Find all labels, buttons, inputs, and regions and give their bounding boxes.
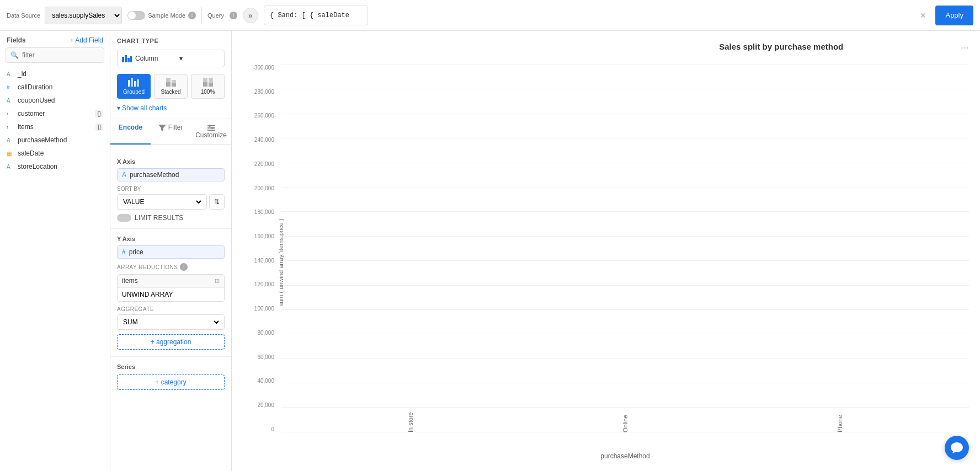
x-axis-field-pill[interactable]: A purchaseMethod	[117, 168, 225, 181]
column-chart-icon	[122, 55, 132, 62]
array-reduction-select-wrap: UNWIND ARRAY	[118, 287, 224, 301]
bar-group-phone: Phone	[768, 400, 912, 432]
y-axis-rotated-label: sum ( unwind array 'items.price )	[278, 218, 284, 306]
x-axis-title: purchaseMethod	[281, 452, 969, 460]
y-label: 100,000	[254, 306, 274, 312]
sort-select-input[interactable]: VALUE	[121, 197, 203, 206]
apply-button[interactable]: Apply	[935, 6, 973, 25]
tab-customize[interactable]: Customize	[191, 119, 231, 144]
chat-bubble-btn[interactable]	[945, 436, 969, 460]
y-label: 240,000	[254, 137, 274, 143]
tab-encode[interactable]: Encode	[110, 119, 151, 144]
tab-filter[interactable]: Filter	[151, 119, 191, 144]
data-source-section: Data Source sales.supplySales	[7, 7, 122, 24]
query-info-icon[interactable]: i	[230, 12, 237, 19]
array-reduction-item: items ⊞ UNWIND ARRAY	[117, 274, 225, 302]
aggregate-select[interactable]: SUM	[117, 314, 225, 330]
sort-select[interactable]: VALUE	[117, 194, 207, 210]
encode-tabs: Encode Filter Customize	[110, 119, 231, 145]
fields-header: Fields + Add Field	[0, 31, 110, 47]
field-name: couponUsed	[18, 97, 55, 104]
search-icon: 🔍	[10, 51, 19, 59]
chart-variant-stacked[interactable]: Stacked	[154, 74, 188, 99]
query-input[interactable]	[264, 6, 368, 25]
field-badge: []	[95, 124, 103, 131]
field-type-icon: ›	[7, 111, 14, 117]
sample-mode-label: Sample Mode	[148, 12, 185, 19]
top-bar: Data Source sales.supplySales Sample Mod…	[0, 0, 980, 31]
add-field-button[interactable]: + Add Field	[70, 36, 103, 44]
sample-mode-section: Sample Mode i	[127, 11, 196, 20]
chart-body: sum ( unwind array 'items.price ) 300,00…	[243, 65, 969, 460]
query-wrap: ✕	[264, 6, 930, 25]
y-label: 300,000	[254, 65, 274, 71]
sliders-icon	[207, 125, 215, 131]
field-item[interactable]: # callDuration	[0, 81, 110, 94]
svg-rect-8	[166, 82, 171, 87]
y-axis-section: Y Axis # price ARRAY REDUCTIONS i items …	[110, 229, 231, 357]
y-label: 60,000	[257, 354, 274, 360]
chart-type-dropdown[interactable]: Column ▾	[117, 50, 225, 67]
field-item[interactable]: A purchaseMethod	[0, 133, 110, 147]
y-labels: 300,000 280,000 260,000 240,000 220,000 …	[243, 65, 279, 432]
svg-rect-13	[203, 82, 207, 87]
field-item[interactable]: ▦ saleDate	[0, 147, 110, 160]
array-reductions-info-icon[interactable]: i	[180, 263, 188, 271]
y-label: 160,000	[254, 233, 274, 239]
query-clear-btn[interactable]: ✕	[920, 11, 926, 20]
y-axis-field-pill[interactable]: # price	[117, 245, 225, 259]
x-label-online: Online	[622, 405, 629, 432]
field-item[interactable]: › items []	[0, 120, 110, 133]
chart-variant-grouped[interactable]: Grouped	[117, 74, 151, 99]
y-label: 200,000	[254, 185, 274, 191]
svg-rect-7	[137, 79, 139, 87]
field-type-icon: #	[7, 84, 14, 90]
query-label: Query	[207, 12, 224, 19]
chart-menu-btn[interactable]: ···	[961, 42, 969, 53]
y-label: 20,000	[257, 402, 274, 408]
chart-variant-100[interactable]: 100%	[191, 74, 225, 99]
show-all-charts-btn[interactable]: ▾ Show all charts	[117, 104, 225, 112]
fields-search-input[interactable]	[22, 51, 99, 59]
limit-toggle[interactable]	[117, 214, 131, 222]
divider	[201, 7, 202, 24]
fields-title: Fields	[7, 36, 26, 44]
field-item[interactable]: A _id	[0, 67, 110, 81]
sample-mode-toggle[interactable]	[127, 11, 145, 20]
array-item-expand-icon[interactable]: ⊞	[215, 277, 220, 285]
bar-group-online: Online	[553, 400, 697, 432]
array-reduction-name: items	[122, 277, 215, 285]
chart-area: Sales split by purchase method ··· sum (…	[232, 31, 980, 471]
chart-type-selector: Column ▾	[117, 50, 225, 67]
query-arrow-btn[interactable]: »	[243, 8, 258, 23]
add-aggregation-btn[interactable]: + aggregation	[117, 334, 225, 350]
svg-rect-15	[209, 83, 213, 87]
series-section: Series + category	[110, 357, 231, 397]
fields-panel: Fields + Add Field 🔍 A _id # callDuratio…	[0, 31, 110, 471]
add-category-btn[interactable]: + category	[117, 374, 225, 390]
field-item[interactable]: › customer {}	[0, 107, 110, 120]
y-label: 260,000	[254, 113, 274, 119]
svg-rect-9	[166, 78, 171, 82]
y-axis-label: Y Axis	[117, 235, 225, 242]
x-axis-field-name: purchaseMethod	[130, 171, 220, 179]
series-title: Series	[117, 363, 225, 370]
sort-direction-btn[interactable]: ⇅	[209, 194, 225, 210]
array-reduction-select[interactable]: UNWIND ARRAY	[118, 287, 224, 301]
aggregate-label: AGGREGATE	[117, 306, 225, 312]
svg-rect-2	[127, 58, 130, 62]
svg-rect-4	[128, 80, 130, 87]
hundred-icon	[202, 78, 214, 87]
array-reductions-label: ARRAY REDUCTIONS i	[117, 263, 225, 271]
y-label: 280,000	[254, 89, 274, 95]
datasource-select[interactable]: sales.supplySales	[45, 7, 122, 24]
svg-rect-1	[125, 55, 127, 62]
field-name: _id	[18, 70, 26, 78]
x-axis-section: X Axis A purchaseMethod SORT BY VALUE ⇅ …	[110, 152, 231, 229]
field-type-icon: A	[7, 71, 14, 77]
sample-mode-info-icon[interactable]: i	[188, 12, 196, 19]
field-item[interactable]: A storeLocation	[0, 160, 110, 173]
aggregate-select-input[interactable]: SUM	[121, 318, 221, 327]
field-item[interactable]: A couponUsed	[0, 94, 110, 107]
config-panel: Chart Type Column ▾	[110, 31, 232, 471]
